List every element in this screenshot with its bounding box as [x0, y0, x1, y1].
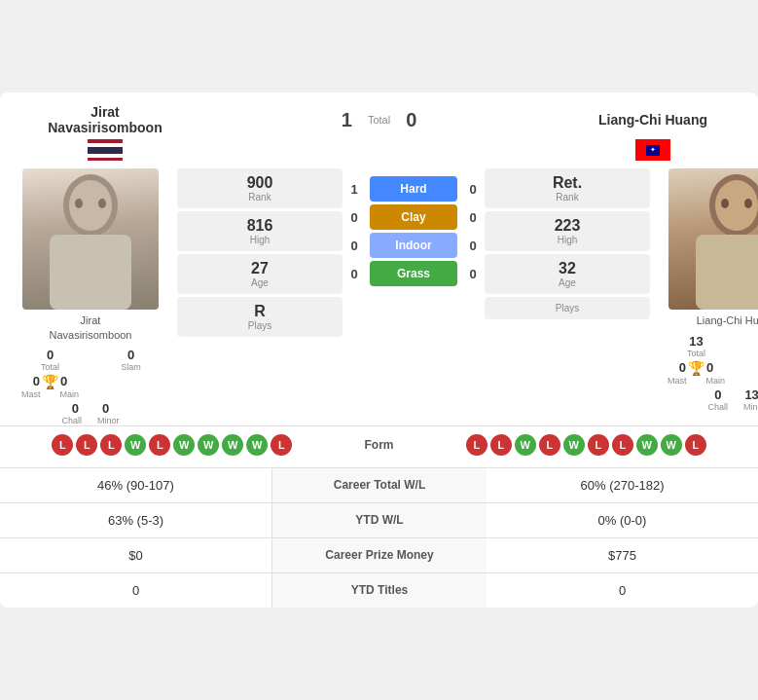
form-pill-l: L [100, 434, 122, 456]
right-stat-slam: 0 Slam [739, 334, 758, 358]
left-name-line1: Jirat [90, 104, 120, 120]
bottom-right-val: 0% (0-0) [487, 503, 758, 537]
left-high-val: 816 [185, 217, 335, 235]
right-chall-lbl: Chall [707, 402, 728, 412]
left-under-stats: 0 Total 0 Slam 0 🏆 0 Mas [8, 348, 173, 425]
right-chall-minor-row: 0 13 [714, 387, 758, 402]
right-age-val: 32 [492, 260, 642, 277]
right-rank-box: Ret. Rank [485, 168, 650, 208]
right-player-photo [668, 168, 758, 310]
left-name-line2: Navasirisomboon [48, 120, 162, 135]
clay-score-right: 0 [465, 210, 481, 225]
top-header: Jirat Navasirisomboon 1 Total 0 Liang-Ch… [0, 92, 758, 135]
surface-row-indoor: 0 Indoor 0 [346, 233, 481, 258]
right-plays-box: Plays [485, 297, 650, 319]
bottom-center-label: YTD W/L [272, 503, 487, 537]
right-minor-lbl: Minor [743, 402, 758, 412]
bottom-row: 63% (5-3) YTD W/L 0% (0-0) [0, 502, 758, 537]
flag-th-blue [88, 147, 123, 154]
form-pill-w: W [173, 434, 195, 456]
right-mast-row: 0 🏆 0 [679, 360, 713, 376]
flag-th-red-bottom [88, 158, 123, 162]
left-total-val: 0 [47, 348, 54, 362]
right-high-box: 223 High [485, 211, 650, 251]
form-pill-w: W [198, 434, 219, 456]
indoor-btn[interactable]: Indoor [370, 233, 457, 258]
form-pill-l: L [271, 434, 292, 456]
form-pill-w: W [246, 434, 268, 456]
right-high-lbl: High [492, 235, 642, 245]
right-total-val: 13 [689, 334, 703, 349]
indoor-score-right: 0 [465, 239, 481, 253]
left-chall-minor-row: 0 0 [72, 401, 109, 416]
center-surfaces: 1 Hard 0 0 Clay 0 0 Indoor 0 0 Grass [346, 168, 481, 286]
left-age-val: 27 [185, 260, 335, 277]
left-chall-minor-labels: Chall Minor [61, 416, 119, 425]
left-age-lbl: Age [185, 277, 335, 288]
main-container: Jirat Navasirisomboon 1 Total 0 Liang-Ch… [0, 92, 758, 608]
indoor-score-left: 0 [346, 239, 362, 253]
svg-point-3 [75, 199, 83, 208]
right-chall-minor-labels: Chall Minor [707, 402, 758, 412]
bottom-row: 46% (90-107) Career Total W/L 60% (270-1… [0, 467, 758, 502]
left-slam-val: 0 [127, 348, 134, 362]
right-flag-container: ✦ [556, 139, 750, 161]
hard-score-left: 1 [346, 182, 362, 197]
bottom-row: $0 Career Prize Money $775 [0, 537, 758, 572]
svg-rect-1 [50, 235, 131, 310]
right-player-header-name: Liang-Chi Huang [556, 112, 750, 128]
left-minor-val: 0 [102, 401, 109, 416]
right-main-val: 0 [706, 360, 713, 375]
right-stat-chall: 0 13 Chall Minor [658, 387, 758, 412]
bottom-left-val: 46% (90-107) [0, 468, 272, 502]
right-mast-main-labels: Mast Main [668, 376, 725, 386]
right-mast-val: 0 [679, 360, 686, 375]
left-trophy-icon: 🏆 [42, 374, 58, 389]
right-player-name-under: Liang-Chi Huang [654, 313, 758, 327]
right-flag: ✦ [635, 139, 670, 161]
clay-score-left: 0 [346, 210, 362, 225]
left-flag-container [8, 139, 202, 161]
form-pill-l: L [539, 434, 560, 456]
bottom-stats: 46% (90-107) Career Total W/L 60% (270-1… [0, 467, 758, 608]
surface-row-grass: 0 Grass 0 [346, 261, 481, 286]
left-main-lbl: Main [60, 389, 80, 399]
right-rank-lbl: Rank [492, 192, 642, 203]
right-total-lbl: Total [687, 349, 705, 358]
form-pill-l: L [588, 434, 609, 456]
left-silhouette [22, 168, 159, 310]
left-form-pills: LLLWLWWWWL [8, 434, 337, 456]
hard-btn[interactable]: Hard [370, 176, 457, 202]
left-main-val: 0 [60, 374, 67, 388]
grass-btn[interactable]: Grass [370, 261, 457, 286]
left-high-lbl: High [185, 235, 335, 245]
form-pill-l: L [52, 434, 73, 456]
right-rank-val: Ret. [492, 174, 642, 192]
bottom-left-val: 0 [0, 573, 272, 608]
right-stat-total: 13 Total [658, 334, 735, 358]
clay-btn[interactable]: Clay [370, 204, 457, 230]
form-pill-l: L [76, 434, 97, 456]
right-silhouette [668, 168, 758, 310]
photos-middle-row: Jirat Navasirisomboon 0 Total 0 Slam 0 [0, 168, 758, 425]
right-player-section: Liang-Chi Huang 13 Total 0 Slam 0 🏆 [654, 168, 758, 411]
left-mast-main-labels: Mast Main [21, 389, 79, 399]
left-slam-lbl: Slam [121, 362, 141, 372]
left-stat-chall: 0 0 Chall Minor [12, 401, 169, 425]
right-minor-val: 13 [744, 387, 758, 402]
bottom-center-label: YTD Titles [272, 573, 487, 608]
bottom-right-val: $775 [487, 538, 758, 572]
right-high-val: 223 [492, 217, 642, 235]
left-stats-boxes: 900 Rank 816 High 27 Age R Plays [177, 168, 343, 337]
left-age-box: 27 Age [177, 254, 343, 294]
left-total-lbl: Total [41, 362, 59, 372]
left-rank-lbl: Rank [185, 192, 335, 203]
form-pill-w: W [661, 434, 682, 456]
grass-score-right: 0 [465, 267, 481, 281]
left-mast-lbl: Mast [21, 389, 41, 399]
right-score: 0 [406, 109, 416, 131]
form-pill-w: W [515, 434, 536, 456]
left-player-section: Jirat Navasirisomboon 0 Total 0 Slam 0 [8, 168, 173, 425]
left-stat-total: 0 Total [12, 348, 89, 372]
right-chall-val: 0 [714, 387, 721, 402]
